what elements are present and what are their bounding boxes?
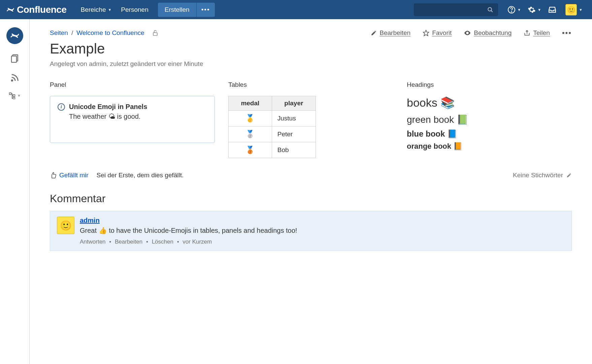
chevron-down-icon: ▼: [17, 94, 21, 98]
chevron-down-icon: ▼: [579, 8, 583, 12]
more-actions-button[interactable]: •••: [562, 29, 572, 37]
comment: 🙂 admin Great 👍 to have the Unicode-Emoj…: [50, 211, 572, 251]
page-content: Seiten / Welcome to Confluence Bearbeite…: [30, 19, 592, 364]
search-input[interactable]: [414, 3, 498, 16]
table-row: 🥈 Peter: [229, 126, 316, 142]
labels-none-text: Keine Stichwörter: [513, 172, 563, 179]
like-status: Sei der Erste, dem dies gefällt.: [97, 172, 184, 179]
like-row: Gefällt mir Sei der Erste, dem dies gefä…: [50, 172, 572, 179]
svg-rect-9: [13, 98, 15, 100]
ellipsis-icon: •••: [562, 29, 572, 37]
pencil-icon: [371, 30, 377, 36]
svg-point-0: [488, 7, 492, 11]
breadcrumb-parent[interactable]: Welcome to Confluence: [76, 29, 144, 37]
svg-point-6: [11, 80, 13, 81]
svg-point-3: [512, 11, 512, 12]
table-row: 🥇 Justus: [229, 111, 316, 126]
panel-section-title: Panel: [50, 81, 215, 88]
product-logo[interactable]: Confluence: [6, 4, 66, 15]
gear-icon: [528, 6, 536, 14]
comment-edit[interactable]: Bearbeiten: [115, 239, 142, 245]
admin-menu[interactable]: ▼: [524, 4, 545, 16]
share-button[interactable]: Teilen: [524, 29, 550, 37]
unlock-icon[interactable]: [152, 30, 159, 36]
table-header-player: player: [272, 96, 316, 111]
breadcrumb-row: Seiten / Welcome to Confluence Bearbeite…: [50, 29, 572, 37]
product-name: Confluence: [17, 4, 66, 15]
breadcrumb-pages[interactable]: Seiten: [50, 29, 68, 37]
like-button[interactable]: Gefällt mir: [50, 172, 89, 179]
chevron-down-icon: ▼: [517, 8, 521, 12]
svg-line-1: [491, 10, 493, 12]
sidebar-blog[interactable]: [10, 73, 20, 82]
notifications-button[interactable]: [545, 3, 560, 16]
inbox-icon: [548, 5, 557, 14]
rss-icon: [10, 73, 20, 82]
nav-people[interactable]: Personen: [116, 3, 153, 16]
watch-button[interactable]: Beobachtung: [464, 29, 512, 37]
page-tree-icon: [8, 92, 16, 99]
edit-button[interactable]: Bearbeiten: [371, 29, 410, 37]
comments-heading: Kommentar: [50, 192, 572, 205]
tables-section-title: Tables: [228, 81, 393, 88]
nav-spaces[interactable]: Bereiche ▼: [76, 3, 116, 16]
chevron-down-icon: ▼: [537, 8, 541, 12]
heading-h4: blue book 📘: [407, 129, 572, 139]
comment-time: vor Kurzem: [183, 239, 212, 245]
svg-marker-11: [423, 30, 429, 36]
confluence-logo-icon: [6, 5, 15, 14]
help-menu[interactable]: ▼: [504, 4, 524, 16]
create-more-button[interactable]: •••: [197, 3, 215, 17]
info-panel: i Unicode Emoji in Panels The weather 🌤 …: [50, 96, 215, 143]
help-icon: [507, 6, 516, 14]
svg-rect-10: [153, 33, 157, 35]
space-logo[interactable]: [6, 27, 23, 44]
player-cell: Bob: [272, 142, 316, 158]
medal-table: medal player 🥇 Justus 🥈 Peter: [228, 96, 316, 158]
sidebar-tree[interactable]: ▼: [8, 92, 21, 99]
panel-title: Unicode Emoji in Panels: [69, 103, 147, 111]
player-cell: Peter: [272, 126, 316, 142]
thumbs-up-icon: [50, 172, 57, 179]
favorite-button[interactable]: Favorit: [423, 29, 452, 37]
thumbs-up-emoji: 👍: [99, 227, 107, 234]
comment-delete[interactable]: Löschen: [152, 239, 173, 245]
page-title: Example: [50, 41, 572, 57]
table-header-medal: medal: [229, 96, 272, 111]
svg-rect-7: [9, 93, 11, 95]
eye-icon: [464, 29, 471, 37]
comment-avatar: 🙂: [57, 217, 74, 234]
create-button[interactable]: Erstellen: [158, 3, 196, 17]
pages-icon: [10, 53, 20, 64]
heading-h2: books 📚: [407, 96, 572, 109]
user-avatar: 🙂: [565, 4, 577, 15]
share-icon: [524, 30, 530, 36]
pencil-icon: [566, 173, 572, 178]
chevron-down-icon: ▼: [108, 8, 111, 12]
table-row: 🥉 Bob: [229, 142, 316, 158]
info-icon: i: [58, 103, 65, 111]
comment-reply[interactable]: Antworten: [80, 239, 106, 245]
profile-menu[interactable]: 🙂 ▼: [560, 2, 586, 17]
labels-section: Keine Stichwörter: [513, 172, 572, 179]
medal-cell: 🥉: [229, 142, 272, 158]
svg-rect-5: [11, 56, 17, 63]
page-actions: Bearbeiten Favorit Beobachtung Teilen ••…: [371, 29, 572, 37]
comment-actions: Antworten • Bearbeiten • Löschen • vor K…: [80, 239, 565, 245]
headings-section-title: Headings: [407, 81, 572, 88]
page-byline: Angelegt von admin, zuletzt geändert vor…: [50, 60, 572, 68]
column-panel: Panel i Unicode Emoji in Panels The weat…: [50, 81, 215, 158]
player-cell: Justus: [272, 111, 316, 126]
medal-cell: 🥈: [229, 126, 272, 142]
comment-text: Great 👍 to have the Unicode-Emojis in ta…: [80, 226, 565, 234]
search-icon: [487, 7, 493, 13]
edit-labels-button[interactable]: [566, 173, 572, 178]
sidebar-pages[interactable]: [10, 53, 20, 64]
star-icon: [423, 30, 429, 36]
confluence-space-icon: [10, 31, 20, 41]
comment-author[interactable]: admin: [80, 217, 100, 224]
breadcrumb-separator: /: [71, 29, 73, 37]
breadcrumb: Seiten / Welcome to Confluence: [50, 29, 159, 37]
column-tables: Tables medal player 🥇 Justus: [228, 81, 393, 158]
space-sidebar: ▼: [0, 19, 30, 364]
